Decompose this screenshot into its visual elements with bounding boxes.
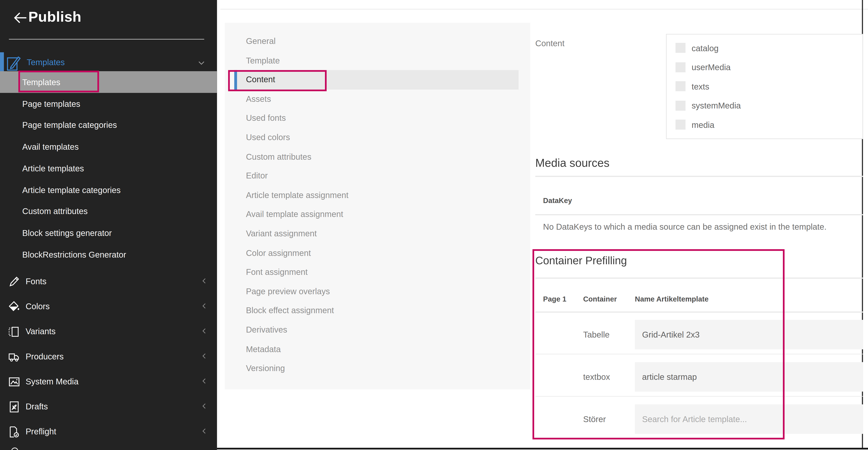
menu-item-versioning[interactable]: Versioning: [225, 359, 530, 378]
menu-item-derivatives[interactable]: Derivatives: [225, 320, 530, 340]
divider: [535, 278, 863, 279]
container-name-label: Tabelle: [583, 330, 610, 339]
empty-state-message: No DataKeys to which a media source can …: [543, 222, 827, 231]
sidebar-item-templates[interactable]: Templates: [0, 71, 217, 93]
checkbox-label: texts: [691, 82, 709, 91]
sidebar-item-label: Producers: [26, 351, 64, 361]
menu-item-editor[interactable]: Editor: [225, 166, 530, 186]
menu-item-general[interactable]: General: [225, 32, 530, 51]
checkbox-icon[interactable]: [676, 43, 685, 53]
menu-item-custom-attributes[interactable]: Custom attributes: [225, 147, 530, 166]
sidebar-item-page-templates[interactable]: Page templates: [0, 93, 217, 115]
menu-item-font-assignment[interactable]: Font assignment: [225, 263, 530, 282]
chevron-down-icon[interactable]: [196, 57, 207, 68]
sidebar-item-label: System Media: [26, 376, 79, 386]
divider: [535, 354, 863, 354]
menu-item-used-fonts[interactable]: Used fonts: [225, 109, 530, 128]
top-divider: [220, 9, 868, 10]
menu-item-color-assignment[interactable]: Color assignment: [225, 244, 530, 263]
template-settings-menu: General Template Content Assets Used fon…: [225, 23, 530, 389]
menu-item-avail-template-assignment[interactable]: Avail template assignment: [225, 205, 530, 224]
article-template-search-input[interactable]: [635, 404, 863, 434]
app-window: Publish Templates Templates Page templat…: [0, 0, 868, 450]
sidebar-item-drafts[interactable]: Drafts: [0, 394, 217, 419]
checkbox-row-media[interactable]: media: [666, 115, 862, 134]
document-check-icon: [8, 425, 21, 438]
checkbox-icon[interactable]: [676, 101, 685, 110]
checkbox-row-usermedia[interactable]: userMedia: [666, 58, 862, 77]
sidebar-item-article-template-categories[interactable]: Article template categories: [0, 180, 217, 201]
templates-edit-icon: [7, 53, 21, 71]
sidebar-item-variants[interactable]: Variants: [0, 319, 217, 344]
sidebar-item-preflight[interactable]: Preflight: [0, 419, 217, 444]
menu-item-content[interactable]: Content: [234, 70, 519, 89]
sidebar-sections: Fonts Colors Variants: [0, 269, 217, 444]
column-header-name-artikeltemplate: Name Artikeltemplate: [635, 295, 709, 303]
chevron-left-icon: [199, 276, 209, 286]
checkbox-label: systemMedia: [691, 101, 741, 110]
pencil-icon: [8, 275, 21, 288]
sidebar-item-templates-group[interactable]: Templates: [0, 52, 217, 73]
content-section-label: Content: [535, 38, 564, 48]
container-name-label: Störer: [583, 414, 606, 424]
sidebar-item-block-settings-generator[interactable]: Block settings generator: [0, 223, 217, 244]
checkbox-row-texts[interactable]: texts: [666, 77, 862, 96]
sidebar-item-article-templates[interactable]: Article templates: [0, 158, 217, 180]
sidebar-item-label: Variants: [26, 326, 56, 336]
chevron-left-icon: [199, 426, 209, 436]
datakey-column-header: DataKey: [543, 196, 572, 205]
sidebar-item-fonts[interactable]: Fonts: [0, 269, 217, 294]
container-prefilling-title: Container Prefilling: [535, 254, 627, 267]
sidebar: Publish Templates Templates Page templat…: [0, 0, 217, 450]
divider: [535, 312, 863, 312]
column-header-container: Container: [583, 295, 617, 303]
sidebar-item-avail-templates[interactable]: Avail templates: [0, 136, 217, 158]
menu-item-used-colors[interactable]: Used colors: [225, 128, 530, 147]
pdf-icon: [8, 400, 21, 413]
chevron-left-icon: [199, 376, 209, 386]
menu-item-page-preview-overlays[interactable]: Page preview overlays: [225, 282, 530, 301]
menu-item-assets[interactable]: Assets: [225, 89, 530, 108]
partial-gear-icon: [10, 446, 19, 450]
back-arrow-icon[interactable]: [12, 10, 28, 26]
article-template-field-textbox[interactable]: [635, 362, 863, 391]
checkbox-row-systemmedia[interactable]: systemMedia: [666, 96, 862, 115]
checkbox-icon[interactable]: [676, 82, 685, 91]
settings-menu-list: General Template Content Assets Used fon…: [225, 32, 530, 378]
article-template-field-tabelle[interactable]: [635, 320, 863, 349]
sidebar-item-label: Templates: [27, 57, 65, 67]
menu-item-metadata[interactable]: Metadata: [225, 340, 530, 359]
sidebar-item-colors[interactable]: Colors: [0, 294, 217, 319]
checkbox-row-catalog[interactable]: catalog: [666, 38, 862, 58]
image-icon: [8, 375, 21, 388]
chevron-left-icon: [199, 326, 209, 336]
sidebar-title: Publish: [28, 8, 82, 26]
paint-bucket-icon: [8, 300, 21, 313]
sidebar-item-label: Templates: [22, 77, 60, 87]
sidebar-item-label: Preflight: [26, 426, 56, 436]
sidebar-item-producers[interactable]: Producers: [0, 344, 217, 369]
sidebar-item-custom-attributes[interactable]: Custom attributes: [0, 201, 217, 223]
media-sources-title: Media sources: [535, 156, 610, 170]
checkbox-icon[interactable]: [676, 120, 685, 130]
divider: [535, 214, 863, 215]
column-header-page: Page 1: [543, 295, 566, 303]
checkbox-label: catalog: [691, 43, 718, 53]
chevron-left-icon: [199, 301, 209, 311]
bottom-border-line: [217, 448, 868, 449]
sidebar-item-system-media[interactable]: System Media: [0, 369, 217, 394]
menu-item-block-effect-assignment[interactable]: Block effect assignment: [225, 301, 530, 320]
sidebar-divider: [9, 39, 204, 40]
menu-item-template[interactable]: Template: [225, 51, 530, 70]
active-section-bar: [0, 52, 4, 73]
container-name-label: textbox: [583, 372, 610, 382]
checkbox-icon[interactable]: [676, 62, 685, 72]
menu-item-article-template-assignment[interactable]: Article template assignment: [225, 186, 530, 205]
truck-icon: [8, 350, 21, 363]
sidebar-item-page-template-categories[interactable]: Page template categories: [0, 115, 217, 136]
divider: [535, 396, 863, 397]
sidebar-item-label: Fonts: [26, 276, 46, 286]
sidebar-item-blockrestrictions-generator[interactable]: BlockRestrictions Generator: [0, 244, 217, 266]
menu-item-variant-assignment[interactable]: Variant assignment: [225, 224, 530, 243]
chevron-left-icon: [199, 401, 209, 411]
